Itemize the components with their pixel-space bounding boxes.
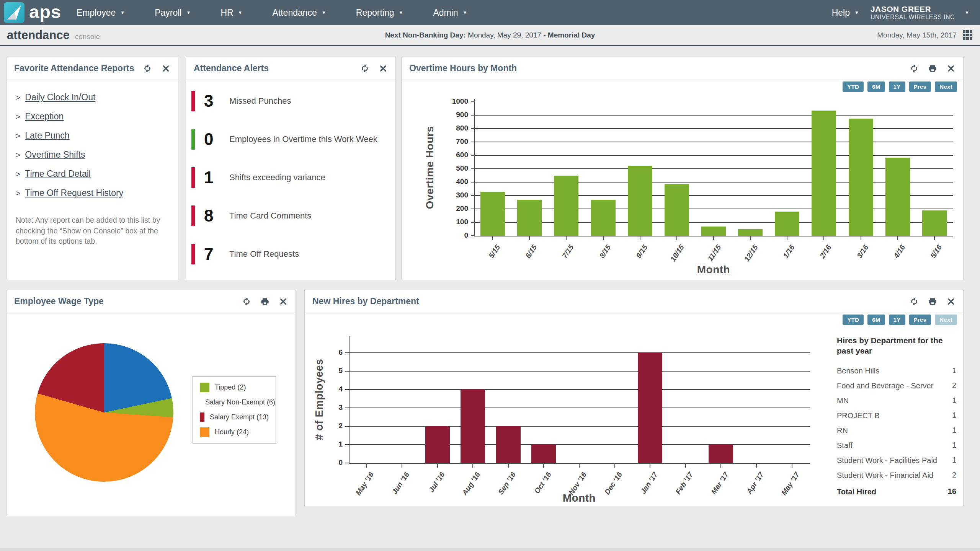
panel-title: New Hires by Department [312, 296, 419, 306]
x-tick-label-text: Jul '16 [427, 471, 447, 494]
print-icon[interactable] [928, 297, 937, 306]
nav-right: Help ▼ JASON GREER UNIVERSAL WIRELESS IN… [832, 5, 980, 21]
alert-accent-bar [191, 91, 195, 111]
summary-row: Student Work - Financial Aid2 [837, 471, 956, 480]
summary-row: Food and Beverage - Server2 [837, 381, 956, 391]
legend-item: Salary Non-Exempt (6) [200, 398, 269, 407]
menu-attendance[interactable]: Attendance▼ [273, 8, 326, 18]
gridline [474, 168, 953, 169]
x-tick [685, 464, 686, 468]
gridline [474, 115, 953, 116]
x-tick-label-text: 7/15 [561, 243, 576, 260]
y-tick [471, 101, 474, 102]
x-tick [603, 236, 604, 240]
y-tick [345, 352, 349, 353]
legend-label: Tipped (2) [215, 383, 246, 391]
department-name: MN [837, 396, 952, 406]
close-icon[interactable] [946, 64, 956, 73]
y-tick [345, 444, 349, 445]
brand-text: aps [29, 3, 61, 23]
legend-item: Hourly (24) [200, 427, 269, 437]
alert-label: Shifts exceeding variance [229, 173, 325, 183]
x-tick-label-text: Jan '17 [639, 471, 660, 496]
x-tick [529, 236, 530, 240]
y-tick [471, 235, 474, 236]
y-tick [345, 408, 349, 408]
range-button-1y[interactable]: 1Y [889, 315, 905, 325]
y-tick [471, 155, 474, 156]
menu-label: Reporting [356, 8, 394, 18]
menu-admin[interactable]: Admin▼ [433, 8, 467, 18]
app-logo[interactable]: aps [0, 2, 71, 23]
wage-type-legend: Tipped (2)Salary Non-Exempt (6)Salary Ex… [193, 376, 276, 443]
x-axis-title: Month [697, 264, 730, 276]
x-tick [472, 464, 473, 468]
alert-label: Employees in Overtime this Work Week [229, 134, 377, 144]
report-link[interactable]: Time Card Detail [25, 169, 91, 179]
close-icon[interactable] [279, 297, 288, 306]
y-tick-label: 700 [441, 137, 468, 146]
department-count: 1 [952, 441, 956, 450]
report-link[interactable]: Late Punch [25, 130, 69, 141]
chevron-down-icon: ▼ [120, 10, 125, 15]
range-button-prev[interactable]: Prev [909, 315, 931, 325]
main-menu: Employee▼Payroll▼HR▼Attendance▼Reporting… [77, 8, 467, 18]
apps-grid-icon[interactable] [963, 30, 972, 40]
close-icon[interactable] [379, 64, 388, 73]
x-tick-label-text: Aug '16 [461, 471, 482, 497]
print-icon[interactable] [260, 297, 270, 306]
range-button-next[interactable]: Next [935, 82, 957, 92]
range-button-prev[interactable]: Prev [909, 82, 931, 92]
legend-swatch [200, 427, 209, 437]
report-link[interactable]: Overtime Shifts [25, 150, 85, 160]
help-menu[interactable]: Help ▼ [832, 8, 859, 18]
range-button-ytd[interactable]: YTD [843, 82, 864, 92]
current-date: Monday, May 15th, 2017 [877, 31, 957, 39]
x-tick [640, 236, 640, 240]
y-tick [471, 195, 474, 196]
gridline [349, 444, 810, 445]
range-button-ytd[interactable]: YTD [843, 315, 864, 325]
x-tick [366, 464, 367, 468]
close-icon[interactable] [161, 64, 170, 73]
panel-title: Favorite Attendance Reports [14, 63, 134, 73]
menu-payroll[interactable]: Payroll▼ [155, 8, 191, 18]
department-count: 1 [952, 396, 956, 406]
x-tick-label-text: 12/15 [743, 243, 760, 263]
print-icon[interactable] [928, 64, 937, 73]
range-button-1y[interactable]: 1Y [889, 82, 905, 92]
x-tick-label-text: Oct '16 [532, 471, 553, 495]
report-link[interactable]: Exception [25, 111, 64, 122]
refresh-icon[interactable] [910, 297, 919, 306]
department-count: 1 [952, 426, 956, 435]
range-button-6m[interactable]: 6M [867, 315, 885, 325]
report-link[interactable]: Daily Clock In/Out [25, 92, 95, 103]
x-tick [792, 464, 792, 468]
bar-1015 [665, 184, 689, 236]
y-tick [471, 182, 474, 183]
refresh-icon[interactable] [143, 64, 152, 73]
legend-label: Salary Exempt (13) [210, 413, 269, 421]
legend-item: Salary Exempt (13) [200, 412, 269, 422]
bar-1215 [738, 229, 763, 236]
x-tick-label-text: Jun '16 [390, 471, 411, 496]
alert-accent-bar [191, 205, 195, 226]
range-button-6m[interactable]: 6M [867, 82, 885, 92]
x-axis-title: Month [563, 492, 596, 504]
alert-label: Time Card Comments [229, 211, 311, 221]
refresh-icon[interactable] [910, 64, 919, 73]
bar-Oct16 [531, 445, 556, 463]
close-icon[interactable] [946, 297, 956, 306]
x-tick [823, 236, 824, 240]
summary-row: PROJECT B1 [837, 411, 956, 421]
refresh-icon[interactable] [360, 64, 369, 73]
report-link[interactable]: Time Off Request History [25, 188, 123, 198]
chevron-down-icon: ▼ [322, 10, 326, 15]
refresh-icon[interactable] [242, 297, 251, 306]
user-menu[interactable]: JASON GREER UNIVERSAL WIRELESS INC ▼ [871, 5, 969, 21]
y-tick [471, 115, 474, 116]
menu-hr[interactable]: HR▼ [220, 8, 242, 18]
page-subtitle: console [75, 29, 100, 41]
menu-employee[interactable]: Employee▼ [77, 8, 125, 18]
menu-reporting[interactable]: Reporting▼ [356, 8, 403, 18]
